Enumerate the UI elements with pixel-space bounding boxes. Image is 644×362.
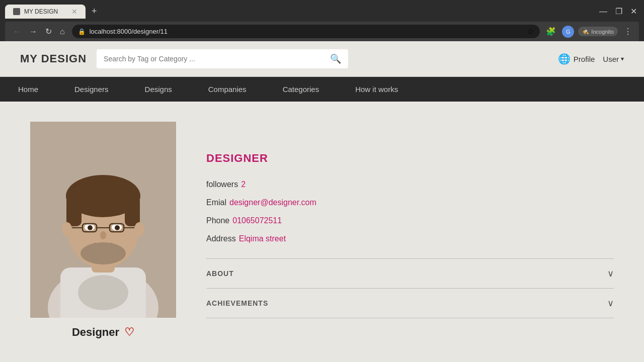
address-value: Elqima street: [239, 234, 286, 243]
forward-button[interactable]: →: [26, 26, 40, 37]
profile-photo-svg: [30, 122, 176, 318]
svg-rect-6: [66, 196, 82, 226]
incognito-label: Incognito: [591, 29, 614, 35]
address-bar-wrap: 🔒 ☆: [72, 25, 540, 38]
browser-controls: ← → ↻ ⌂ 🔒 ☆ 🧩 G 🕵 Incognito ⋮: [5, 22, 639, 41]
search-input[interactable]: [104, 55, 326, 63]
profile-name-row: Designer ♡: [72, 326, 134, 339]
nav-arrows: ← → ↻ ⌂: [10, 26, 68, 37]
svg-point-17: [100, 231, 106, 239]
address-bar[interactable]: [90, 28, 523, 35]
phone-row: Phone 01065072511: [206, 216, 614, 225]
search-icon[interactable]: 🔍: [330, 53, 341, 64]
tab-close-button[interactable]: ✕: [71, 8, 77, 16]
tab-title: MY DESIGN: [24, 8, 58, 15]
home-button[interactable]: ⌂: [57, 26, 68, 37]
svg-point-11: [115, 225, 120, 230]
back-button[interactable]: ←: [10, 26, 24, 37]
browser-chrome: MY DESIGN ✕ + — ❐ ✕ ← → ↻ ⌂ 🔒 ☆ 🧩 G 🕵: [0, 0, 644, 41]
site-header: MY DESIGN 🔍 🌐 Profile User ▾: [0, 41, 644, 77]
address-label: Address: [206, 234, 236, 243]
phone-value: 01065072511: [232, 216, 282, 225]
maximize-button[interactable]: ❐: [613, 5, 624, 18]
profile-link[interactable]: 🌐 Profile: [558, 53, 595, 65]
active-tab[interactable]: MY DESIGN ✕: [5, 5, 86, 19]
svg-rect-7: [125, 196, 140, 226]
address-row: Address Elqima street: [206, 234, 614, 243]
achievements-chevron-icon: ∨: [607, 298, 614, 309]
svg-point-10: [88, 225, 93, 230]
nav-item-designs[interactable]: Designs: [127, 77, 190, 102]
site-logo: MY DESIGN: [20, 52, 87, 65]
nav-item-companies[interactable]: Companies: [190, 77, 265, 102]
bookmark-icon[interactable]: ☆: [527, 27, 534, 36]
incognito-icon: 🕵: [582, 28, 589, 35]
email-row: Emial designer@designer.com: [206, 198, 614, 207]
about-chevron-icon: ∨: [607, 268, 614, 279]
profile-photo: [30, 122, 176, 318]
globe-icon: 🌐: [558, 53, 571, 65]
close-window-button[interactable]: ✕: [628, 5, 639, 18]
designer-label: DESIGNER: [206, 152, 614, 165]
heart-icon: ♡: [124, 326, 134, 339]
profile-label: Profile: [574, 55, 595, 63]
main-content: Designer ♡ DESIGNER followers 2 Emial de…: [0, 102, 644, 359]
user-label: User: [603, 55, 619, 63]
site-nav: Home Designers Designs Companies Categor…: [0, 77, 644, 102]
minimize-button[interactable]: —: [597, 5, 609, 18]
email-label: Emial: [206, 198, 226, 207]
followers-row: followers 2: [206, 180, 614, 189]
nav-item-categories[interactable]: Categories: [265, 77, 338, 102]
extensions-button[interactable]: 🧩: [544, 25, 558, 38]
user-dropdown[interactable]: User ▾: [603, 55, 624, 63]
achievements-label: ACHIEVEMENTS: [206, 299, 268, 307]
browser-actions: 🧩 G 🕵 Incognito ⋮: [544, 25, 634, 38]
nav-item-how-it-works[interactable]: How it works: [337, 77, 416, 102]
svg-point-19: [134, 222, 144, 236]
profile-left: Designer ♡: [30, 122, 176, 339]
incognito-badge: 🕵 Incognito: [578, 27, 618, 36]
svg-point-21: [78, 275, 128, 310]
browser-tabs: MY DESIGN ✕ + — ❐ ✕: [5, 4, 639, 19]
chevron-down-icon: ▾: [621, 55, 624, 62]
tab-favicon: [13, 8, 20, 15]
profile-name: Designer: [72, 326, 119, 339]
new-tab-button[interactable]: +: [88, 4, 101, 19]
followers-count: 2: [241, 180, 246, 189]
search-wrap: 🔍: [97, 49, 348, 68]
achievements-accordion: ACHIEVEMENTS ∨: [206, 289, 614, 318]
header-actions: 🌐 Profile User ▾: [558, 53, 624, 65]
refresh-button[interactable]: ↻: [42, 26, 55, 37]
achievements-accordion-header[interactable]: ACHIEVEMENTS ∨: [206, 289, 614, 318]
svg-point-20: [80, 242, 126, 264]
svg-point-18: [62, 222, 72, 236]
about-label: ABOUT: [206, 269, 234, 278]
profile-avatar-button[interactable]: G: [562, 26, 574, 38]
nav-item-designers[interactable]: Designers: [56, 77, 127, 102]
about-accordion: ABOUT ∨: [206, 259, 614, 289]
page-wrapper: MY DESIGN 🔍 🌐 Profile User ▾ Home Design…: [0, 41, 644, 359]
nav-item-home[interactable]: Home: [0, 77, 56, 102]
lock-icon: 🔒: [78, 28, 86, 35]
email-value: designer@designer.com: [229, 198, 316, 207]
phone-label: Phone: [206, 216, 229, 225]
about-accordion-header[interactable]: ABOUT ∨: [206, 259, 614, 288]
menu-button[interactable]: ⋮: [622, 25, 634, 38]
profile-right: DESIGNER followers 2 Emial designer@desi…: [206, 122, 614, 339]
followers-label: followers: [206, 180, 238, 189]
